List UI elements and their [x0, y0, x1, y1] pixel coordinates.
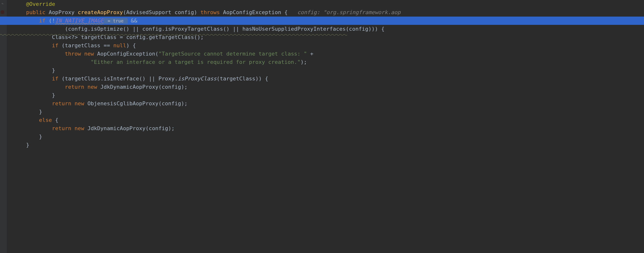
indent: [13, 51, 65, 57]
code-token: AdvisedSupport: [126, 9, 171, 15]
code-token: return: [65, 84, 84, 90]
code-token: [71, 100, 74, 106]
code-token: [130, 26, 132, 32]
code-token: hasNoUserSuppliedProxyInterfaces(config): [242, 26, 372, 32]
code-token: if: [52, 42, 58, 48]
code-token: ObjenesisCglibAopProxy: [88, 100, 158, 106]
code-line[interactable]: }: [0, 141, 644, 149]
override-gutter-icon[interactable]: ⬑: [2, 2, 4, 5]
code-token: @Override: [26, 1, 55, 7]
code-token: targetClass: [65, 42, 100, 48]
code-line[interactable]: if (targetClass.isInterface() || Proxy.i…: [0, 74, 644, 83]
code-token: [262, 76, 265, 82]
indent: [13, 26, 65, 32]
code-line[interactable]: }: [0, 108, 644, 116]
code-token: if: [39, 18, 46, 24]
code-token: [84, 100, 87, 106]
code-token: [52, 117, 55, 123]
code-token: config: "org.springframework.aop: [298, 9, 401, 15]
indent: [13, 134, 39, 140]
indent: [13, 100, 52, 106]
code-token: [78, 34, 81, 40]
code-token: (: [49, 18, 52, 24]
code-token: (config);: [158, 84, 188, 90]
code-token: config.isOptimize(): [68, 26, 130, 32]
code-line[interactable]: return new JdkDynamicAopProxy(config);: [0, 83, 644, 91]
code-token: (: [217, 76, 220, 82]
code-token: AopProxy: [49, 9, 74, 15]
code-line[interactable]: return new JdkDynamicAopProxy(config);: [0, 124, 644, 132]
code-token: [197, 9, 200, 15]
code-token: [100, 42, 104, 48]
code-token: [58, 42, 62, 48]
code-line[interactable]: if (targetClass == null) {: [0, 42, 644, 50]
code-line[interactable]: Class<?> targetClass = config.getTargetC…: [0, 33, 644, 42]
code-token: new: [84, 51, 94, 57]
code-token: (: [62, 42, 65, 48]
code-line[interactable]: "Either an interface or a target is requ…: [0, 58, 644, 66]
code-token: [288, 9, 298, 15]
code-token: {: [55, 117, 58, 123]
code-token: [81, 51, 84, 57]
code-token: return: [52, 100, 71, 106]
code-token: [45, 18, 48, 24]
indent: [13, 117, 39, 123]
code-token: )): [255, 76, 262, 82]
code-token: [146, 76, 149, 82]
code-token: [110, 42, 113, 48]
code-line[interactable]: (config.isOptimize() || config.isProxyTa…: [0, 25, 644, 33]
code-token: (: [62, 76, 65, 82]
code-token: AopConfigException: [97, 51, 155, 57]
code-token: [74, 9, 78, 15]
code-token: ==: [104, 42, 110, 48]
code-token: }: [26, 142, 29, 148]
code-token: (: [155, 51, 158, 57]
code-editor[interactable]: ⬑ @Override public AopProxy createAopPro…: [0, 0, 644, 253]
indent: [13, 92, 52, 98]
code-token: }: [52, 67, 55, 73]
code-line[interactable]: }: [0, 132, 644, 141]
code-token: (config);: [158, 100, 188, 106]
code-line[interactable]: else {: [0, 116, 644, 124]
code-token: ): [194, 9, 197, 15]
code-token: [281, 9, 284, 15]
code-token: [378, 26, 381, 32]
code-token: ||: [132, 26, 139, 32]
code-token: [128, 18, 131, 24]
code-token: new: [88, 84, 97, 90]
code-token: [171, 9, 174, 15]
code-token: createAopProxy: [78, 9, 123, 15]
code-line[interactable]: }: [0, 66, 644, 74]
code-line[interactable]: if (!IN_NATIVE_IMAGE = true &&: [0, 16, 644, 25]
code-token: AopConfigException: [223, 9, 281, 15]
code-token: Proxy: [158, 76, 174, 82]
code-token: {: [284, 9, 288, 15]
editor-lines[interactable]: ⬑ @Override public AopProxy createAopPro…: [0, 0, 644, 149]
code-token: [71, 125, 74, 131]
code-line[interactable]: throw new AopConfigException("TargetSour…: [0, 50, 644, 58]
code-token: (: [123, 9, 126, 15]
code-line[interactable]: return new ObjenesisCglibAopProxy(config…: [0, 100, 644, 108]
code-token: (config);: [146, 125, 174, 131]
code-token: [139, 26, 142, 32]
code-token: +: [310, 51, 314, 57]
gutter-stripe-icon[interactable]: [0, 10, 4, 14]
code-token: config: [174, 9, 194, 15]
code-token: [229, 26, 232, 32]
code-token: [130, 42, 132, 48]
code-token: JdkDynamicAopProxy: [100, 84, 158, 90]
code-token: .: [174, 76, 178, 82]
code-line[interactable]: }: [0, 91, 644, 100]
code-token: [123, 34, 126, 40]
code-token: }: [39, 134, 42, 140]
indent: [13, 67, 52, 73]
indent: [13, 109, 39, 115]
code-token: [239, 26, 242, 32]
code-token: {: [381, 26, 384, 32]
code-token: =: [120, 34, 123, 40]
indent: [13, 125, 52, 131]
code-line[interactable]: ⬑ @Override: [0, 0, 644, 8]
code-line[interactable]: public AopProxy createAopProxy(AdvisedSu…: [0, 8, 644, 16]
code-token: else: [39, 117, 52, 123]
code-token: {: [132, 42, 136, 48]
